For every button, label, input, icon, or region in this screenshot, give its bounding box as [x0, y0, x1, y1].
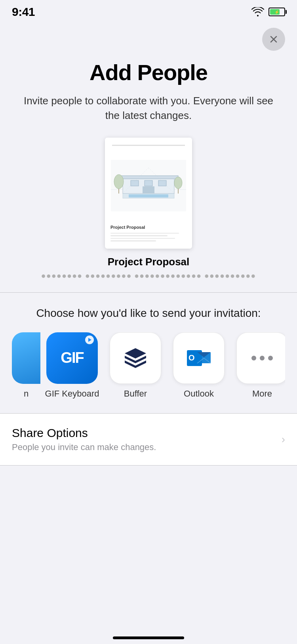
- app-item-gif-keyboard[interactable]: GIF GIF Keyboard: [40, 332, 104, 399]
- doc-title-area: Project Proposal: [105, 222, 192, 231]
- home-indicator: [0, 636, 297, 639]
- apps-row: n GIF GIF Keyboard Buffer: [12, 332, 285, 399]
- share-options-text: Share Options People you invite can make…: [12, 426, 282, 452]
- doc-title-text: Project Proposal: [110, 225, 187, 230]
- svg-rect-6: [158, 180, 166, 186]
- app-item-buffer[interactable]: Buffer: [104, 332, 167, 399]
- document-preview: Project Proposal Project Proposal ●●●●●●…: [0, 138, 297, 280]
- share-options-subtitle: People you invite can make changes.: [12, 442, 282, 452]
- app-item-outlook[interactable]: O Outlook: [167, 332, 230, 399]
- close-button-row: [0, 21, 297, 51]
- svg-rect-5: [145, 180, 152, 186]
- status-time: 9:41: [12, 5, 35, 19]
- doc-line: [110, 240, 156, 242]
- document-thumbnail: Project Proposal: [105, 138, 192, 249]
- status-icons: ⚡: [251, 7, 285, 17]
- more-icon-img: [236, 332, 285, 384]
- close-button[interactable]: [262, 28, 285, 51]
- svg-rect-7: [143, 186, 154, 194]
- buffer-label: Buffer: [124, 389, 147, 399]
- svg-point-12: [174, 177, 182, 189]
- document-name: Project Proposal: [108, 256, 190, 268]
- svg-rect-3: [119, 176, 178, 179]
- page-title: Add People: [20, 60, 277, 85]
- battery-icon: ⚡: [268, 8, 285, 16]
- wifi-icon: [251, 7, 265, 17]
- gif-keyboard-icon: GIF: [46, 332, 98, 384]
- buffer-icon-img: [110, 332, 161, 384]
- svg-text:O: O: [188, 353, 195, 362]
- document-url: ●●●●●●●● ●●●●●●●●● ●●●●●●●●●●●●● ●●●●●●●…: [41, 271, 256, 280]
- gif-text: GIF: [61, 349, 83, 366]
- svg-point-10: [114, 174, 124, 189]
- gif-keyboard-label: GIF Keyboard: [45, 389, 99, 399]
- share-options-row[interactable]: Share Options People you invite can make…: [0, 413, 297, 466]
- svg-marker-16: [125, 348, 146, 358]
- doc-line: [110, 233, 179, 234]
- svg-point-26: [260, 356, 265, 360]
- share-options-title: Share Options: [12, 426, 282, 440]
- doc-lines: [105, 231, 192, 249]
- more-label: More: [252, 389, 272, 399]
- gif-play-button: [85, 335, 94, 344]
- doc-line: [110, 238, 175, 239]
- svg-point-25: [251, 356, 256, 360]
- chevron-right-icon: ›: [282, 433, 285, 446]
- doc-header-line: [112, 145, 185, 146]
- home-bar: [113, 636, 184, 639]
- page-subtitle: Invite people to collaborate with you. E…: [20, 94, 277, 123]
- doc-line: [110, 235, 168, 236]
- svg-rect-4: [131, 180, 139, 186]
- doc-sketch-area: [105, 150, 192, 222]
- partial-app-label: n: [12, 389, 40, 399]
- app-item-partial[interactable]: n: [12, 332, 40, 399]
- outlook-icon-img: O: [173, 332, 225, 384]
- status-bar: 9:41 ⚡: [0, 0, 297, 21]
- app-item-more[interactable]: More: [230, 332, 285, 399]
- share-heading: Choose how you'd like to send your invit…: [12, 307, 285, 320]
- outlook-label: Outlook: [184, 389, 214, 399]
- share-section: Choose how you'd like to send your invit…: [0, 293, 297, 399]
- title-section: Add People Invite people to collaborate …: [0, 51, 297, 123]
- svg-point-27: [268, 356, 273, 360]
- svg-rect-9: [129, 194, 168, 197]
